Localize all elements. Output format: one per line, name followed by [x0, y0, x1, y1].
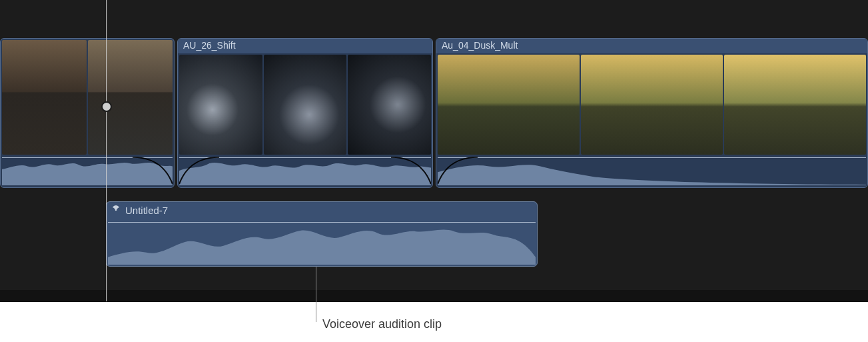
audio-clip-label: Untitled-7	[125, 205, 168, 216]
clip-thumbnails	[2, 40, 173, 155]
timeline-spacer	[0, 0, 868, 38]
timeline[interactable]: AU_26_Shift	[0, 0, 868, 301]
audio-clip-header: Untitled-7	[107, 202, 537, 218]
callout-leader-line	[316, 267, 316, 322]
clip-audio-waveform	[179, 156, 431, 185]
clip-thumbnails	[438, 55, 866, 155]
connected-audio-track[interactable]: Untitled-7	[0, 201, 868, 267]
callout-label: Voiceover audition clip	[322, 317, 442, 331]
clip-label: AU_26_Shift	[178, 39, 432, 53]
video-clip[interactable]	[0, 38, 175, 188]
timeline-bottom-strip	[0, 290, 868, 302]
clip-audio-waveform	[438, 156, 866, 185]
clip-audio-waveform	[2, 156, 173, 185]
video-clip[interactable]: AU_26_Shift	[177, 38, 433, 188]
primary-video-track[interactable]: AU_26_Shift	[0, 38, 868, 188]
clip-thumbnails	[179, 55, 431, 155]
clip-label: Au_04_Dusk_Mult	[436, 39, 867, 53]
audition-icon	[111, 205, 121, 215]
voiceover-audition-clip[interactable]: Untitled-7	[106, 201, 538, 267]
video-clip[interactable]: Au_04_Dusk_Mult	[436, 38, 868, 188]
audio-clip-waveform	[108, 219, 536, 265]
